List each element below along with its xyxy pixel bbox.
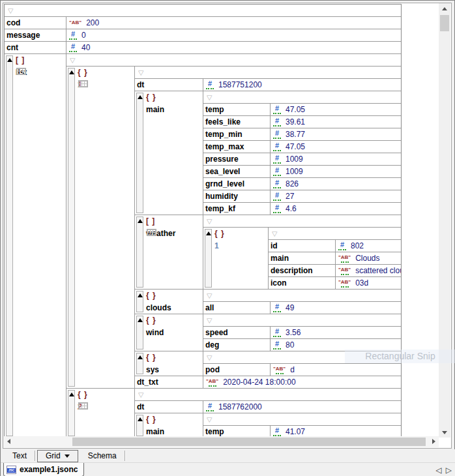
key-cell-pod[interactable]: pod bbox=[203, 364, 271, 376]
container-key-cell-main[interactable]: { }main bbox=[135, 91, 203, 215]
key-cell-sea_level[interactable]: sea_level bbox=[203, 166, 271, 177]
value-cell-deg[interactable]: #80 bbox=[271, 339, 401, 351]
value-cell-dt_txt[interactable]: "AB"2020-04-24 18:00:00 bbox=[203, 376, 401, 388]
key-cell-all[interactable]: all bbox=[203, 302, 271, 314]
collapse-strip[interactable] bbox=[68, 390, 75, 436]
horizontal-scrollbar-thumb[interactable] bbox=[72, 438, 426, 446]
filter-funnel-icon[interactable]: ▽ bbox=[207, 218, 212, 224]
key-cell-cod[interactable]: cod bbox=[5, 17, 66, 29]
collapse-strip[interactable] bbox=[136, 415, 143, 436]
container-key-cell-item-1[interactable]: { }1 bbox=[203, 228, 269, 289]
key-cell-speed[interactable]: speed bbox=[203, 327, 271, 338]
collapse-strip[interactable] bbox=[136, 291, 143, 312]
key-cell-temp_kf[interactable]: temp_kf bbox=[203, 203, 271, 215]
validation-dots bbox=[273, 311, 281, 312]
container-key-cell-item-2[interactable]: { }2 bbox=[66, 389, 135, 436]
key-cell-temp_max[interactable]: temp_max bbox=[203, 141, 271, 153]
container-key-cell-item-1[interactable]: { }1 bbox=[66, 67, 135, 388]
key-cell-pressure[interactable]: pressure bbox=[203, 153, 271, 165]
filter-funnel-icon[interactable]: ▽ bbox=[138, 392, 143, 398]
key-cell-temp[interactable]: temp bbox=[203, 104, 271, 115]
value-cell-temp[interactable]: #41.07 bbox=[271, 426, 401, 436]
filter-funnel-icon[interactable]: ▽ bbox=[207, 417, 212, 423]
scroll-down-button[interactable] bbox=[439, 427, 450, 438]
key-cell-feels_like[interactable]: feels_like bbox=[203, 116, 271, 128]
container-key-cell-sys[interactable]: { }sys bbox=[135, 351, 203, 376]
value-cell-description[interactable]: "AB"scattered clouds bbox=[336, 265, 401, 276]
collapse-strip[interactable] bbox=[68, 68, 75, 387]
value-cell-main[interactable]: "AB"Clouds bbox=[336, 252, 401, 264]
collapse-strip[interactable] bbox=[6, 55, 13, 436]
scroll-left-button[interactable] bbox=[3, 436, 14, 447]
value-cell-feels_like[interactable]: #39.61 bbox=[271, 116, 401, 128]
container-key-cell-clouds[interactable]: { }clouds bbox=[135, 290, 203, 314]
next-file-tab-button[interactable]: ▷ bbox=[446, 465, 452, 475]
value-cell-icon[interactable]: "AB"03d bbox=[336, 277, 401, 289]
key-cell-description[interactable]: description bbox=[269, 265, 336, 276]
prev-file-tab-button[interactable]: ◁ bbox=[436, 465, 442, 475]
container-key-cell-weather[interactable]: [ ]weather bbox=[135, 215, 203, 289]
value-cell-grnd_level[interactable]: #826 bbox=[271, 178, 401, 190]
value-cell-message[interactable]: #0 bbox=[66, 29, 401, 41]
collapse-strip[interactable] bbox=[136, 216, 143, 288]
value-cell-temp_min[interactable]: #38.77 bbox=[271, 128, 401, 140]
container-label: { }sys bbox=[146, 351, 160, 364]
key-cell-humidity[interactable]: humidity bbox=[203, 190, 271, 202]
filter-funnel-icon[interactable]: ▽ bbox=[138, 70, 143, 76]
value-cell-temp[interactable]: #47.05 bbox=[271, 104, 401, 115]
table-view-icon[interactable] bbox=[147, 229, 156, 236]
filter-funnel-icon[interactable]: ▽ bbox=[70, 57, 75, 63]
value-cell-temp_kf[interactable]: #4.6 bbox=[271, 203, 401, 215]
vertical-scrollbar-thumb[interactable] bbox=[440, 15, 449, 31]
value-cell-pod[interactable]: "AB"d bbox=[271, 364, 401, 376]
key-cell-dt[interactable]: dt bbox=[135, 79, 203, 91]
value-cell-dt[interactable]: #1587751200 bbox=[203, 79, 401, 91]
value-cell-dt[interactable]: #1587762000 bbox=[203, 401, 401, 413]
horizontal-scrollbar[interactable] bbox=[3, 436, 439, 447]
value-cell-speed[interactable]: #3.56 bbox=[271, 327, 401, 338]
key-cell-dt[interactable]: dt bbox=[135, 401, 203, 413]
collapse-strip[interactable] bbox=[205, 229, 212, 288]
value-cell-cod[interactable]: "AB"200 bbox=[66, 17, 401, 29]
key-cell-message[interactable]: message bbox=[5, 29, 66, 41]
key-cell-main[interactable]: main bbox=[269, 252, 336, 264]
key-cell-temp[interactable]: temp bbox=[203, 426, 271, 436]
filter-funnel-icon[interactable]: ▽ bbox=[207, 293, 212, 299]
value-cell-pressure[interactable]: #1009 bbox=[271, 153, 401, 165]
container-key-cell-wind[interactable]: { }wind bbox=[135, 314, 203, 351]
tab-grid[interactable]: Grid bbox=[37, 450, 78, 462]
scroll-up-button[interactable] bbox=[439, 3, 450, 14]
table-view-icon[interactable] bbox=[16, 68, 26, 75]
collapse-strip[interactable] bbox=[136, 353, 143, 374]
key-cell-deg[interactable]: deg bbox=[203, 339, 271, 351]
vertical-scrollbar[interactable] bbox=[439, 3, 450, 438]
table-view-icon[interactable] bbox=[78, 80, 88, 87]
container-key-cell-main[interactable]: { }main bbox=[135, 413, 203, 436]
table-view-icon[interactable] bbox=[78, 402, 88, 409]
collapse-strip[interactable] bbox=[136, 316, 143, 350]
key-cell-icon[interactable]: icon bbox=[269, 277, 336, 289]
collapse-strip[interactable] bbox=[136, 93, 143, 213]
value-cell-all[interactable]: #49 bbox=[271, 302, 401, 314]
value-cell-sea_level[interactable]: #1009 bbox=[271, 166, 401, 177]
key-cell-id[interactable]: id bbox=[269, 240, 336, 252]
value-cell-id[interactable]: #802 bbox=[336, 240, 401, 252]
key-cell-cnt[interactable]: cnt bbox=[5, 42, 66, 53]
container-key-cell-list[interactable]: [ ]list bbox=[5, 54, 66, 436]
value-cell-cnt[interactable]: #40 bbox=[66, 42, 401, 53]
file-tab-example1[interactable]: JSC example1.jsonc bbox=[3, 463, 84, 476]
filter-funnel-icon[interactable]: ▽ bbox=[207, 355, 212, 361]
filter-funnel-icon[interactable]: ▽ bbox=[272, 231, 277, 237]
tab-schema[interactable]: Schema bbox=[80, 450, 125, 462]
tab-text[interactable]: Text bbox=[5, 450, 35, 462]
value-cell-humidity[interactable]: #27 bbox=[271, 190, 401, 202]
filter-funnel-icon[interactable]: ▽ bbox=[207, 318, 212, 323]
filter-funnel-icon[interactable]: ▽ bbox=[207, 95, 212, 100]
filter-funnel-icon[interactable]: ▽ bbox=[8, 8, 13, 14]
key-cell-dt_txt[interactable]: dt_txt bbox=[135, 376, 203, 388]
value-cell-temp_max[interactable]: #47.05 bbox=[271, 141, 401, 153]
key-cell-temp_min[interactable]: temp_min bbox=[203, 128, 271, 140]
scroll-right-button[interactable] bbox=[428, 436, 439, 447]
number-type-icon: # bbox=[273, 105, 281, 114]
key-cell-grnd_level[interactable]: grnd_level bbox=[203, 178, 271, 190]
